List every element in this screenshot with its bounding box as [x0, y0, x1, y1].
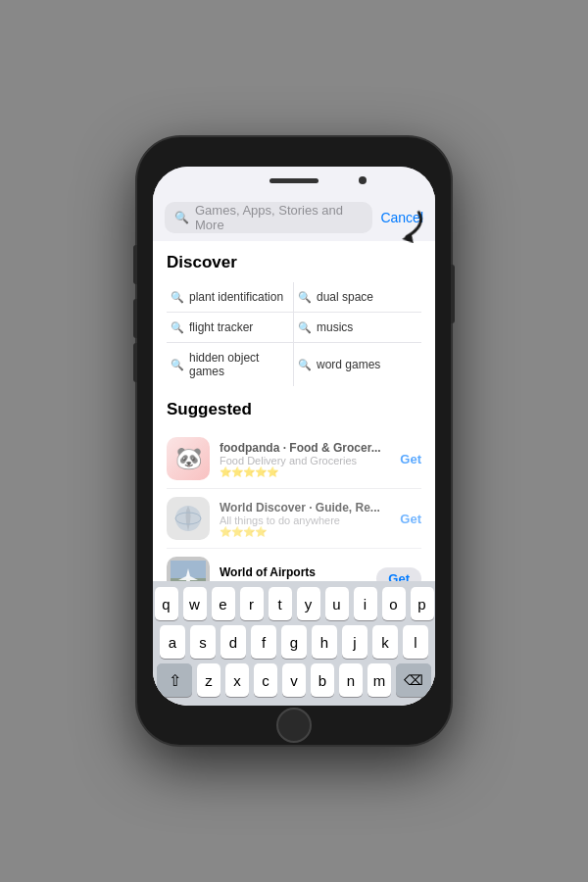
- key-g[interactable]: g: [281, 625, 307, 659]
- airports-icon: [171, 561, 206, 581]
- search-icon-small: 🔍: [298, 291, 312, 304]
- home-button-area: [276, 706, 312, 745]
- keyboard: q w e r t y u i o p a s d f g: [153, 581, 435, 706]
- search-icon-small: 🔍: [298, 321, 312, 334]
- app-info-world-airports: World of Airports Airport and airlines m…: [220, 565, 367, 581]
- app-name: World Discover · Guide, Re...: [220, 501, 390, 514]
- panda-icon: 🐼: [175, 446, 202, 471]
- key-k[interactable]: k: [372, 625, 398, 659]
- search-icon-small: 🔍: [171, 321, 184, 334]
- screen-content: 🔍 Games, Apps, Stories and More Cancel D…: [153, 194, 435, 706]
- search-icon-small: 🔍: [171, 291, 184, 304]
- key-s[interactable]: s: [190, 625, 216, 659]
- key-backspace[interactable]: ⌫: [396, 663, 431, 697]
- key-e[interactable]: e: [212, 587, 235, 620]
- discover-item-dual-space[interactable]: 🔍 dual space: [294, 282, 421, 313]
- discover-label: hidden object games: [189, 351, 289, 378]
- app-icon-airports: [167, 557, 210, 581]
- app-item-world-airports[interactable]: World of Airports Airport and airlines m…: [167, 549, 421, 581]
- app-info-foodpanda: foodpanda · Food & Grocer... Food Delive…: [220, 441, 390, 477]
- app-name: World of Airports: [220, 565, 367, 579]
- key-n[interactable]: n: [339, 663, 363, 697]
- discover-item-word-games[interactable]: 🔍 word games: [294, 343, 421, 386]
- search-icon: 🔍: [174, 211, 189, 224]
- suggested-title: Suggested: [167, 400, 421, 419]
- key-u[interactable]: u: [325, 587, 349, 620]
- app-rating: ⭐⭐⭐⭐⭐: [220, 466, 390, 477]
- search-placeholder: Games, Apps, Stories and More: [195, 203, 363, 232]
- get-button-world-discover[interactable]: Get: [400, 512, 421, 526]
- discover-label: flight tracker: [189, 320, 253, 334]
- discover-item-hidden-object[interactable]: 🔍 hidden object games: [167, 343, 294, 386]
- get-button-foodpanda[interactable]: Get: [400, 452, 421, 466]
- discover-grid: 🔍 plant identification 🔍 dual space 🔍 fl…: [167, 282, 421, 386]
- key-y[interactable]: y: [297, 587, 320, 620]
- app-name: foodpanda · Food & Grocer...: [220, 441, 390, 455]
- key-c[interactable]: c: [254, 663, 277, 697]
- get-button-world-airports[interactable]: Get: [376, 567, 421, 582]
- keyboard-row-1: q w e r t y u i o p: [157, 587, 431, 620]
- key-v[interactable]: v: [282, 663, 306, 697]
- speaker: [270, 178, 318, 183]
- phone-screen: 🔍 Games, Apps, Stories and More Cancel D…: [153, 167, 435, 706]
- search-icon-small: 🔍: [298, 359, 312, 371]
- key-b[interactable]: b: [311, 663, 334, 697]
- camera: [359, 176, 367, 184]
- app-item-foodpanda[interactable]: 🐼 foodpanda · Food & Grocer... Food Deli…: [167, 429, 421, 489]
- main-area: Discover 🔍 plant identification 🔍 dual s…: [153, 241, 435, 581]
- key-r[interactable]: r: [240, 587, 264, 620]
- discover-label: dual space: [317, 290, 373, 304]
- key-p[interactable]: p: [411, 587, 434, 620]
- keyboard-row-3: ⇧ z x c v b n m ⌫: [157, 663, 431, 697]
- app-subtitle: Food Delivery and Groceries: [220, 455, 390, 466]
- app-rating: ⭐⭐⭐⭐: [220, 526, 390, 537]
- key-q[interactable]: q: [155, 587, 178, 620]
- app-info-world-discover: World Discover · Guide, Re... All things…: [220, 501, 390, 537]
- discover-item-musics[interactable]: 🔍 musics: [294, 313, 421, 343]
- app-subtitle: All things to do anywhere: [220, 514, 390, 526]
- key-w[interactable]: w: [183, 587, 207, 620]
- search-bar[interactable]: 🔍 Games, Apps, Stories and More: [165, 202, 372, 233]
- discover-item-plant-id[interactable]: 🔍 plant identification: [167, 282, 294, 313]
- key-shift[interactable]: ⇧: [157, 663, 192, 697]
- app-icon-world: [167, 497, 210, 540]
- search-icon-small: 🔍: [171, 359, 184, 371]
- key-i[interactable]: i: [354, 587, 377, 620]
- key-d[interactable]: d: [220, 625, 246, 659]
- discover-title: Discover: [167, 253, 421, 272]
- key-m[interactable]: m: [368, 663, 391, 697]
- cancel-button[interactable]: Cancel: [380, 210, 423, 225]
- key-x[interactable]: x: [225, 663, 249, 697]
- key-t[interactable]: t: [269, 587, 292, 620]
- key-h[interactable]: h: [312, 625, 337, 659]
- key-j[interactable]: j: [342, 625, 368, 659]
- discover-label: musics: [317, 320, 353, 334]
- key-f[interactable]: f: [251, 625, 276, 659]
- discover-item-flight-tracker[interactable]: 🔍 flight tracker: [167, 313, 294, 343]
- key-o[interactable]: o: [382, 587, 406, 620]
- key-l[interactable]: l: [403, 625, 428, 659]
- search-bar-area: 🔍 Games, Apps, Stories and More Cancel: [153, 194, 435, 241]
- keyboard-row-2: a s d f g h j k l: [157, 625, 431, 659]
- key-a[interactable]: a: [160, 625, 185, 659]
- discover-label: plant identification: [189, 290, 283, 304]
- status-bar: [153, 167, 435, 194]
- world-icon: [173, 504, 203, 533]
- app-icon-foodpanda: 🐼: [167, 437, 210, 480]
- key-z[interactable]: z: [197, 663, 220, 697]
- phone-frame: 🔍 Games, Apps, Stories and More Cancel D…: [137, 137, 451, 745]
- app-item-world-discover[interactable]: World Discover · Guide, Re... All things…: [167, 489, 421, 549]
- home-button[interactable]: [276, 708, 312, 743]
- discover-label: word games: [317, 358, 380, 371]
